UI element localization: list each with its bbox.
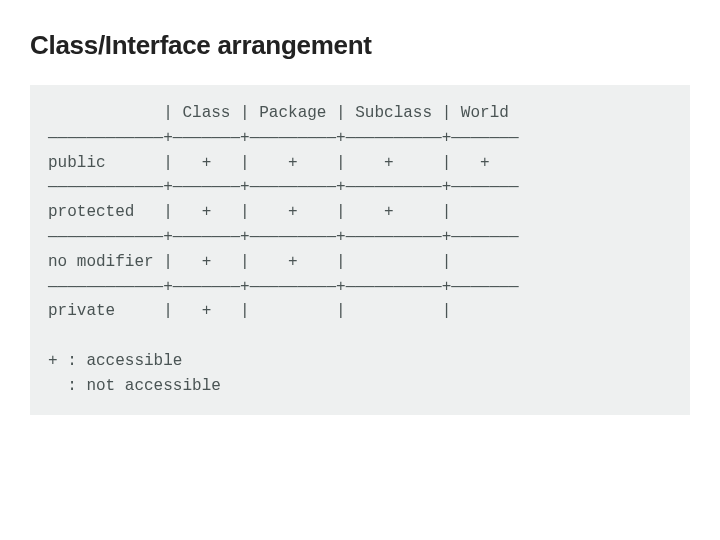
table-separator: ————————————+———————+—————————+—————————… — [48, 278, 518, 296]
table-header-row: | Class | Package | Subclass | World — [48, 104, 509, 122]
page-title: Class/Interface arrangement — [30, 30, 690, 61]
table-separator: ————————————+———————+—————————+—————————… — [48, 129, 518, 147]
access-modifier-table: | Class | Package | Subclass | World ———… — [30, 85, 690, 415]
legend-line: : not accessible — [48, 377, 221, 395]
table-row: public | + | + | + | + — [48, 154, 490, 172]
table-row: protected | + | + | + | — [48, 203, 451, 221]
legend-line: + : accessible — [48, 352, 182, 370]
table-row: no modifier | + | + | | — [48, 253, 451, 271]
table-separator: ————————————+———————+—————————+—————————… — [48, 178, 518, 196]
table-row: private | + | | | — [48, 302, 451, 320]
table-separator: ————————————+———————+—————————+—————————… — [48, 228, 518, 246]
